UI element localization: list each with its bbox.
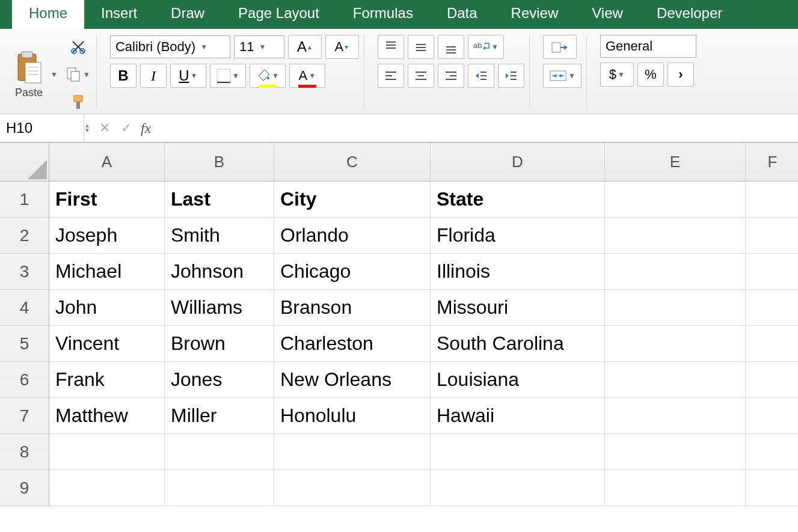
cell-E6[interactable]: [605, 362, 746, 398]
cell-A4[interactable]: John: [49, 290, 165, 326]
cell-C5[interactable]: Charleston: [274, 326, 431, 362]
cell-D1[interactable]: State: [431, 182, 605, 218]
cell-E9[interactable]: [605, 470, 746, 506]
column-header-C[interactable]: C: [274, 143, 431, 182]
cell-A2[interactable]: Joseph: [49, 218, 165, 254]
cell-C9[interactable]: [274, 470, 431, 506]
font-size-dropdown[interactable]: 11▼: [234, 35, 284, 58]
cell-B4[interactable]: Williams: [165, 290, 274, 326]
cell-F5[interactable]: [746, 326, 798, 362]
align-middle-button[interactable]: [408, 35, 434, 59]
percent-button[interactable]: %: [637, 63, 664, 87]
cell-F9[interactable]: [746, 470, 798, 506]
paste-button[interactable]: Paste: [12, 49, 46, 100]
align-bottom-button[interactable]: [438, 35, 464, 59]
cell-B1[interactable]: Last: [165, 182, 274, 218]
cell-B6[interactable]: Jones: [165, 362, 274, 398]
row-header-5[interactable]: 5: [0, 326, 49, 362]
fill-color-button[interactable]: ▼: [250, 64, 286, 88]
orientation-button[interactable]: [543, 35, 577, 59]
column-header-F[interactable]: F: [746, 143, 798, 182]
cell-E5[interactable]: [605, 326, 746, 362]
align-left-button[interactable]: [378, 64, 404, 88]
currency-button[interactable]: $▼: [600, 63, 634, 87]
cell-F6[interactable]: [746, 362, 798, 398]
decrease-font-button[interactable]: A▼: [325, 35, 359, 59]
cell-A7[interactable]: Matthew: [49, 398, 165, 434]
italic-button[interactable]: I: [140, 64, 167, 88]
row-header-4[interactable]: 4: [0, 290, 49, 326]
cell-D5[interactable]: South Carolina: [431, 326, 605, 362]
cell-A5[interactable]: Vincent: [49, 326, 165, 362]
cell-F8[interactable]: [746, 434, 798, 470]
row-header-3[interactable]: 3: [0, 254, 49, 290]
cell-C2[interactable]: Orlando: [274, 218, 431, 254]
copy-button[interactable]: ▼: [65, 63, 91, 87]
row-header-2[interactable]: 2: [0, 218, 49, 254]
cell-C7[interactable]: Honolulu: [274, 398, 431, 434]
align-right-button[interactable]: [438, 64, 464, 88]
cell-F3[interactable]: [746, 254, 798, 290]
cell-A1[interactable]: First: [49, 182, 165, 218]
tab-page-layout[interactable]: Page Layout: [221, 0, 336, 29]
cell-A3[interactable]: Michael: [49, 254, 165, 290]
tab-review[interactable]: Review: [494, 0, 575, 29]
tab-developer[interactable]: Developer: [640, 0, 739, 29]
tab-draw[interactable]: Draw: [154, 0, 221, 29]
tab-data[interactable]: Data: [430, 0, 494, 29]
cell-C1[interactable]: City: [274, 182, 431, 218]
cell-D3[interactable]: Illinois: [431, 254, 605, 290]
cell-D6[interactable]: Louisiana: [431, 362, 605, 398]
cancel-formula-button[interactable]: ✕: [94, 120, 115, 136]
decrease-indent-button[interactable]: [468, 64, 494, 88]
cell-D4[interactable]: Missouri: [431, 290, 605, 326]
select-all-corner[interactable]: [0, 143, 49, 182]
font-name-dropdown[interactable]: Calibri (Body)▼: [110, 35, 230, 58]
cell-D7[interactable]: Hawaii: [431, 398, 605, 434]
cell-C3[interactable]: Chicago: [274, 254, 431, 290]
cell-B7[interactable]: Miller: [165, 398, 274, 434]
copy-dropdown-caret[interactable]: ▼: [83, 70, 90, 79]
merge-button[interactable]: ▼: [543, 64, 582, 88]
tab-view[interactable]: View: [575, 0, 640, 29]
accept-formula-button[interactable]: ✓: [115, 120, 137, 136]
format-painter-button[interactable]: [65, 90, 91, 114]
row-header-9[interactable]: 9: [0, 470, 49, 506]
cell-A8[interactable]: [49, 434, 165, 470]
cell-E4[interactable]: [605, 290, 746, 326]
cell-D8[interactable]: [431, 434, 605, 470]
cell-B3[interactable]: Johnson: [165, 254, 274, 290]
cell-D2[interactable]: Florida: [431, 218, 605, 254]
cell-F1[interactable]: [746, 182, 798, 218]
cell-C8[interactable]: [274, 434, 431, 470]
tab-insert[interactable]: Insert: [84, 0, 154, 29]
align-center-button[interactable]: [408, 64, 434, 88]
underline-button[interactable]: U▼: [170, 64, 206, 88]
column-header-E[interactable]: E: [605, 143, 746, 182]
cell-D9[interactable]: [431, 470, 605, 506]
cell-F2[interactable]: [746, 218, 798, 254]
cell-A6[interactable]: Frank: [49, 362, 165, 398]
cell-B2[interactable]: Smith: [165, 218, 274, 254]
paste-dropdown-caret[interactable]: ▼: [51, 70, 58, 79]
bold-button[interactable]: B: [110, 64, 137, 88]
cell-E2[interactable]: [605, 218, 746, 254]
fx-icon[interactable]: fx: [137, 120, 155, 136]
wrap-text-button[interactable]: ab▼: [468, 35, 504, 59]
cell-C4[interactable]: Branson: [274, 290, 431, 326]
comma-button[interactable]: ›: [668, 63, 694, 87]
formula-input[interactable]: [155, 114, 798, 142]
row-header-1[interactable]: 1: [0, 182, 49, 218]
column-header-D[interactable]: D: [431, 143, 605, 182]
cell-F4[interactable]: [746, 290, 798, 326]
number-format-dropdown[interactable]: General: [600, 35, 696, 58]
row-header-6[interactable]: 6: [0, 362, 49, 398]
cell-B9[interactable]: [165, 470, 274, 506]
cell-A9[interactable]: [49, 470, 165, 506]
tab-formulas[interactable]: Formulas: [336, 0, 430, 29]
name-box-stepper[interactable]: ▲▼: [84, 123, 90, 133]
column-header-A[interactable]: A: [49, 143, 165, 182]
cell-B8[interactable]: [165, 434, 274, 470]
increase-indent-button[interactable]: [498, 64, 524, 88]
row-header-7[interactable]: 7: [0, 398, 49, 434]
